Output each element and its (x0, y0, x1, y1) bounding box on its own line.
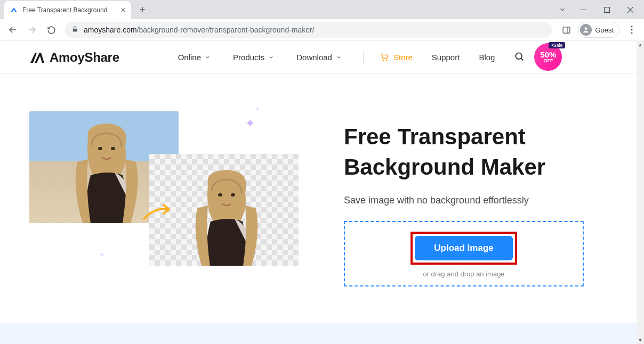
cart-icon (380, 53, 389, 62)
title-line1: Free Transparent (344, 124, 526, 149)
svg-point-10 (631, 26, 632, 27)
vertical-scrollbar[interactable]: ▲ ▼ (637, 41, 644, 344)
bottom-band (0, 323, 637, 344)
drag-hint: or drag and drop an image (356, 270, 572, 278)
nav-divider (363, 52, 364, 63)
url-path: /background-remover/transparent-backgrou… (137, 26, 315, 34)
nav-support[interactable]: Support (432, 53, 460, 62)
nav-download[interactable]: Download (296, 53, 342, 62)
browser-menu-button[interactable] (624, 21, 640, 38)
profile-button[interactable]: Guest (578, 22, 619, 38)
nav-online-label: Online (178, 53, 201, 62)
title-line2: Background Maker (344, 154, 545, 179)
site-header: AmoyShare Online Products Download Store… (0, 41, 644, 74)
url-host: amoyshare.com (84, 26, 137, 34)
sale-badge[interactable]: •Sale 50% OFF (534, 43, 563, 72)
browser-toolbar: amoyshare.com/background-remover/transpa… (0, 19, 644, 40)
chevron-down-icon (205, 53, 211, 62)
svg-point-14 (386, 60, 387, 61)
svg-rect-6 (73, 29, 77, 31)
scroll-down-icon[interactable]: ▼ (637, 337, 644, 344)
tab-close-icon[interactable]: ✕ (120, 6, 126, 14)
svg-point-15 (516, 53, 522, 59)
chevron-down-icon (268, 53, 274, 62)
svg-point-22 (231, 193, 235, 196)
back-button[interactable] (4, 21, 21, 38)
brand-logo[interactable]: AmoyShare (29, 50, 119, 65)
sparkle-icon: ✦ (245, 117, 255, 130)
brand-mark-icon (29, 51, 45, 64)
window-maximize-button[interactable] (595, 1, 618, 18)
avatar-icon (580, 24, 592, 36)
search-button[interactable] (514, 51, 525, 64)
page-subtitle: Save image with no background effortless… (344, 195, 615, 206)
browser-tab-bar: Free Transparent Background ✕ + (0, 0, 644, 19)
svg-rect-7 (563, 27, 570, 32)
reload-button[interactable] (43, 21, 60, 38)
hero-image-compare: ✦ ✦ ✦ (29, 106, 301, 287)
svg-point-18 (98, 147, 102, 150)
sparkle-icon: ✦ (99, 250, 106, 260)
site-favicon-icon (10, 6, 18, 14)
tab-title: Free Transparent Background (22, 6, 117, 14)
sale-tag-label: •Sale (549, 42, 565, 48)
arrow-swoosh-icon (141, 202, 173, 223)
profile-label: Guest (595, 26, 614, 34)
svg-line-16 (521, 58, 524, 60)
person-silhouette-icon (59, 119, 155, 223)
svg-point-12 (631, 32, 632, 34)
side-panel-icon[interactable] (558, 21, 575, 38)
sale-percent: 50% (540, 51, 556, 59)
svg-point-11 (631, 29, 632, 30)
upload-button[interactable]: Upload Image (415, 236, 512, 260)
nav-products[interactable]: Products (233, 53, 274, 62)
tab-search-icon[interactable] (553, 1, 571, 18)
svg-rect-1 (604, 7, 609, 12)
person-silhouette-icon (179, 166, 275, 266)
nav-store-label: Store (393, 53, 413, 62)
nav-download-label: Download (296, 53, 332, 62)
nav-online[interactable]: Online (178, 53, 211, 62)
window-minimize-button[interactable] (571, 1, 595, 18)
svg-point-21 (218, 193, 222, 196)
page-title: Free Transparent Background Maker (344, 122, 615, 182)
forward-button[interactable] (23, 21, 41, 38)
nav-products-label: Products (233, 53, 264, 62)
svg-point-13 (383, 60, 384, 61)
nav-blog[interactable]: Blog (479, 53, 495, 62)
sparkle-icon: ✦ (255, 106, 260, 112)
window-close-button[interactable] (618, 1, 642, 18)
svg-point-19 (111, 147, 115, 150)
browser-tab[interactable]: Free Transparent Background ✕ (4, 1, 131, 19)
svg-point-9 (585, 27, 587, 30)
upload-highlight-box: Upload Image (410, 232, 517, 265)
chevron-down-icon (336, 53, 342, 62)
new-tab-button[interactable]: + (140, 4, 146, 15)
brand-name: AmoyShare (50, 50, 119, 65)
upload-dropzone[interactable]: Upload Image or drag and drop an image (344, 221, 584, 286)
address-bar[interactable]: amoyshare.com/background-remover/transpa… (65, 22, 552, 38)
lock-icon (71, 25, 78, 35)
scroll-up-icon[interactable]: ▲ (637, 41, 644, 48)
nav-store[interactable]: Store (380, 53, 413, 62)
sale-off-label: OFF (543, 59, 553, 63)
